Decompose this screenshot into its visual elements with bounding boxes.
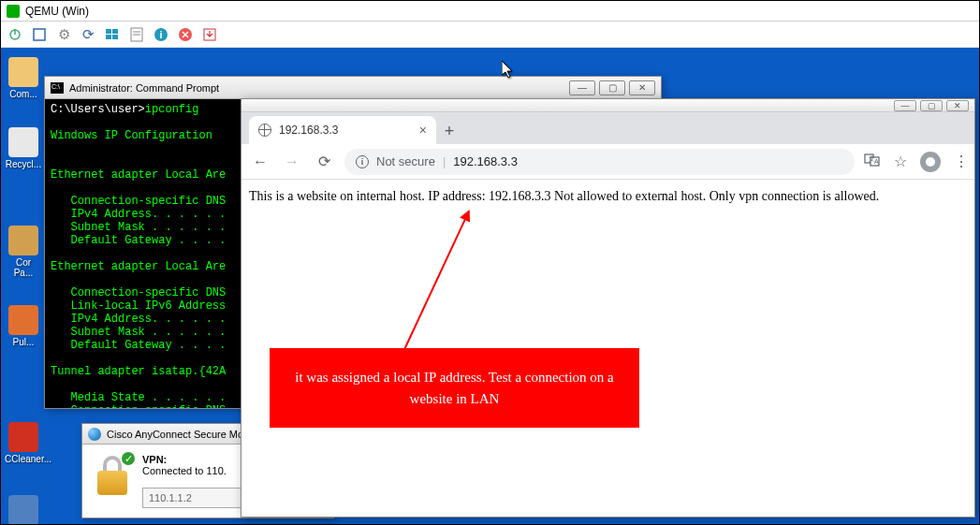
new-tab-button[interactable]: + bbox=[436, 118, 462, 144]
svg-text:A: A bbox=[874, 158, 879, 165]
qemu-icon bbox=[7, 5, 20, 18]
toolbar-windows-icon[interactable] bbox=[104, 26, 121, 43]
annotation-arrow bbox=[401, 211, 470, 357]
toolbar-refresh-icon[interactable]: ⟳ bbox=[80, 26, 96, 43]
bookmark-icon[interactable]: ☆ bbox=[894, 153, 907, 170]
profile-avatar[interactable] bbox=[920, 152, 941, 172]
svg-rect-2 bbox=[34, 29, 45, 40]
cmd-titlebar[interactable]: Administrator: Command Prompt — ▢ ✕ bbox=[45, 77, 661, 99]
address-bar[interactable]: i Not secure | 192.168.3.3 bbox=[344, 149, 855, 175]
page-content: This is a website on internal host. IP a… bbox=[241, 180, 974, 517]
anyconnect-icon bbox=[88, 428, 101, 441]
site-info-icon[interactable]: i bbox=[356, 155, 369, 168]
toolbar-info-icon[interactable]: i bbox=[153, 26, 169, 43]
browser-tab[interactable]: 192.168.3.3 × bbox=[249, 116, 436, 144]
menu-icon[interactable]: ⋮ bbox=[954, 153, 967, 170]
desktop[interactable]: Com...Recycl...CorPa...Pul...CCleaner...… bbox=[1, 48, 979, 524]
cmd-icon bbox=[51, 82, 64, 94]
browser-frame-titlebar[interactable]: — ▢ ✕ bbox=[241, 99, 974, 112]
browser-tabbar: 192.168.3.3 × + bbox=[241, 112, 974, 144]
tab-close-icon[interactable]: × bbox=[419, 123, 427, 138]
browser-minimize-button[interactable]: — bbox=[894, 100, 916, 111]
globe-icon bbox=[258, 124, 271, 137]
annotation-box: it was assigned a local IP address. Test… bbox=[270, 348, 639, 428]
browser-maximize-button[interactable]: ▢ bbox=[920, 100, 943, 111]
toolbar-fullscreen-icon[interactable] bbox=[31, 26, 48, 43]
reload-button[interactable]: ⟳ bbox=[313, 153, 335, 170]
browser-close-button[interactable]: ✕ bbox=[946, 100, 969, 111]
cmd-close-button[interactable]: ✕ bbox=[629, 80, 655, 95]
qemu-title-text: QEMU (Win) bbox=[25, 5, 89, 18]
svg-rect-3 bbox=[106, 29, 111, 34]
url-text: 192.168.3.3 bbox=[453, 154, 518, 168]
anyconnect-title-text: Cisco AnyConnect Secure Mobi bbox=[107, 429, 252, 440]
desktop-icon[interactable]: Recycl... bbox=[5, 127, 42, 169]
divider: | bbox=[443, 154, 446, 168]
translate-icon[interactable]: 文A bbox=[864, 152, 881, 171]
qemu-toolbar: ⚙ ⟳ i bbox=[1, 22, 979, 48]
desktop-icon[interactable]: Pul... bbox=[5, 305, 42, 347]
cmd-title-text: Administrator: Command Prompt bbox=[69, 82, 219, 94]
tab-title: 192.168.3.3 bbox=[279, 124, 338, 137]
browser-window[interactable]: — ▢ ✕ 192.168.3.3 × + ← → ⟳ i Not secure… bbox=[241, 98, 975, 518]
toolbar-power-icon[interactable] bbox=[7, 26, 23, 43]
svg-text:i: i bbox=[159, 29, 162, 40]
forward-button[interactable]: → bbox=[281, 153, 303, 170]
browser-toolbar: ← → ⟳ i Not secure | 192.168.3.3 文A ☆ ⋮ bbox=[241, 144, 974, 180]
desktop-icon[interactable]: Com... bbox=[5, 57, 42, 99]
svg-rect-4 bbox=[112, 29, 118, 34]
desktop-icon[interactable]: CorPa... bbox=[5, 226, 42, 278]
annotation-text: it was assigned a local IP address. Test… bbox=[295, 370, 614, 406]
toolbar-close-icon[interactable] bbox=[177, 26, 194, 43]
qemu-titlebar: QEMU (Win) bbox=[1, 1, 979, 22]
svg-rect-5 bbox=[106, 35, 111, 39]
svg-rect-6 bbox=[112, 35, 118, 39]
cmd-minimize-button[interactable]: — bbox=[569, 80, 595, 95]
back-button[interactable]: ← bbox=[249, 153, 271, 170]
toolbar-export-icon[interactable] bbox=[201, 26, 218, 43]
page-text: This is a website on internal host. IP a… bbox=[249, 189, 879, 203]
security-label: Not secure bbox=[376, 154, 435, 168]
cmd-maximize-button[interactable]: ▢ bbox=[599, 80, 625, 95]
lock-icon: ✓ bbox=[92, 454, 133, 495]
desktop-icon[interactable]: Tftpd32... bbox=[5, 495, 42, 525]
toolbar-doc-icon[interactable] bbox=[128, 26, 145, 43]
desktop-icon[interactable]: CCleaner... bbox=[5, 422, 42, 464]
toolbar-gear-icon[interactable]: ⚙ bbox=[55, 26, 72, 43]
